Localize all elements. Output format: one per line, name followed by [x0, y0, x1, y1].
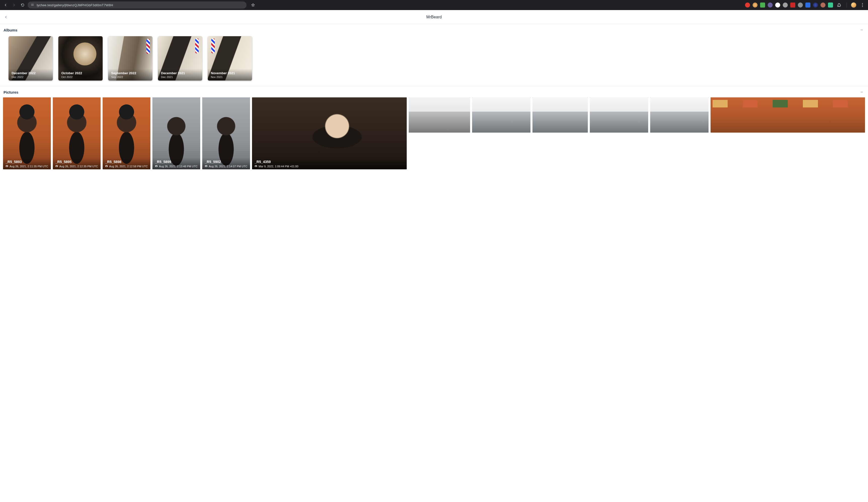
photo-thumbnail	[409, 98, 470, 133]
extension-icon[interactable]	[813, 2, 818, 8]
page-title: MrBeard	[426, 15, 442, 19]
album-subtitle: Oct 2022	[61, 75, 100, 79]
photo-meta: _R5_5902 Aug 26, 2021, 2:14:07 PM UTC	[202, 158, 250, 170]
album-title: September 2022	[111, 71, 149, 75]
app-header: MrBeard	[0, 10, 868, 24]
photo-meta: _R5_4359 Mar 9, 2022, 1:09:44 PM +01:00	[252, 158, 407, 170]
extension-icon[interactable]	[768, 2, 773, 8]
back-button[interactable]	[0, 10, 12, 24]
photo-title: _R5_4359	[255, 160, 404, 164]
extension-icon[interactable]	[805, 2, 810, 8]
albums-section-title: Albums	[3, 28, 17, 32]
photo-meta: _R5_5899 Aug 26, 2021, 2:13:48 PM UTC	[153, 158, 200, 170]
photo-card[interactable]: _R5_4359 Mar 9, 2022, 1:09:44 PM +01:00	[252, 98, 407, 170]
browser-back-button[interactable]	[2, 1, 9, 9]
svg-point-1	[862, 4, 863, 5]
browser-omnibox[interactable]: lychee.test/gallery/jfdwnzQJMPHGbF3dl0mT…	[28, 1, 247, 9]
pictures-section-header: Pictures	[3, 88, 865, 98]
photo-card[interactable]: _R5_5902 Aug 26, 2021, 2:14:07 PM UTC	[202, 98, 250, 170]
photo-card[interactable]: _R5_5899 Aug 26, 2021, 2:13:48 PM UTC	[153, 98, 200, 170]
photo-title: _R5_5899	[155, 160, 198, 164]
extension-icon[interactable]	[753, 2, 757, 8]
photo-subtitle: Mar 9, 2022, 1:09:44 PM +01:00	[259, 165, 298, 168]
browser-reload-button[interactable]	[19, 1, 26, 9]
camera-icon	[6, 165, 8, 168]
bookmark-star-icon[interactable]	[249, 1, 257, 9]
extensions-menu-icon[interactable]	[836, 1, 843, 9]
album-title: November 2021	[211, 71, 249, 75]
photo-title: _R5_5898	[105, 160, 148, 164]
album-title: December 2022	[12, 71, 50, 75]
pictures-section: Pictures _R5_5893 Aug 26, 2021, 2:11:35 …	[0, 86, 868, 172]
photo-subtitle: Aug 26, 2021, 2:11:35 PM UTC	[10, 165, 48, 168]
camera-icon	[155, 165, 158, 168]
photo-meta: _R5_5893 Aug 26, 2021, 2:11:35 PM UTC	[3, 158, 51, 170]
album-subtitle: Sep 2022	[111, 75, 149, 79]
photo-subtitle: Aug 26, 2021, 2:12:35 PM UTC	[59, 165, 98, 168]
photo-subtitle: Aug 26, 2021, 2:12:58 PM UTC	[109, 165, 148, 168]
photo-card[interactable]	[650, 98, 709, 133]
extension-icon[interactable]	[790, 2, 795, 8]
site-info-icon[interactable]	[31, 3, 34, 7]
albums-collapse-button[interactable]	[859, 27, 865, 33]
album-overlay: November 2021 Nov 2021	[208, 69, 252, 81]
photo-title: _R5_5895	[55, 160, 98, 164]
photo-card[interactable]	[711, 98, 865, 133]
photo-card[interactable]: _R5_5898 Aug 26, 2021, 2:12:58 PM UTC	[103, 98, 151, 170]
photo-title: _R5_5902	[205, 160, 248, 164]
extension-icon[interactable]	[798, 2, 803, 8]
album-title: December 2021	[161, 71, 199, 75]
album-card[interactable]: October 2022 Oct 2022	[58, 36, 103, 81]
album-card[interactable]: December 2021 Dec 2021	[158, 36, 202, 81]
extension-icon[interactable]	[828, 2, 833, 8]
album-card[interactable]: December 2022 Dec 2022	[9, 36, 53, 81]
album-overlay: September 2022 Sep 2022	[108, 69, 153, 81]
camera-icon	[205, 165, 207, 168]
photo-meta: _R5_5898 Aug 26, 2021, 2:12:58 PM UTC	[103, 158, 151, 170]
album-subtitle: Dec 2022	[12, 75, 50, 79]
photo-card[interactable]	[409, 98, 470, 133]
pictures-collapse-button[interactable]	[859, 89, 865, 95]
photo-thumbnail	[650, 98, 709, 133]
album-card[interactable]: September 2022 Sep 2022	[108, 36, 153, 81]
photo-card[interactable]	[472, 98, 530, 133]
album-overlay: December 2022 Dec 2022	[9, 69, 53, 81]
svg-point-0	[862, 3, 863, 4]
photo-card[interactable]: _R5_5895 Aug 26, 2021, 2:12:35 PM UTC	[53, 98, 101, 170]
photo-thumbnail	[590, 98, 648, 133]
browser-menu-icon[interactable]	[859, 1, 866, 9]
photo-card[interactable]: _R5_5893 Aug 26, 2021, 2:11:35 PM UTC	[3, 98, 51, 170]
camera-icon	[255, 165, 257, 168]
photo-card[interactable]	[590, 98, 648, 133]
albums-row: December 2022 Dec 2022 October 2022 Oct …	[3, 35, 865, 83]
photo-subtitle: Aug 26, 2021, 2:13:48 PM UTC	[159, 165, 197, 168]
album-title: October 2022	[61, 71, 100, 75]
view-toggle	[859, 80, 866, 84]
divider	[847, 2, 847, 8]
albums-section-header: Albums	[3, 25, 865, 35]
extension-icon[interactable]	[760, 2, 765, 8]
browser-chrome: lychee.test/gallery/jfdwnzQJMPHGbF3dl0mT…	[0, 0, 868, 10]
camera-icon	[55, 165, 58, 168]
photo-thumbnail	[472, 98, 530, 133]
extension-icon[interactable]	[745, 2, 750, 8]
browser-forward-button[interactable]	[11, 1, 18, 9]
pictures-section-title: Pictures	[3, 90, 18, 94]
album-subtitle: Nov 2021	[211, 75, 249, 79]
browser-extensions	[745, 1, 866, 9]
albums-section: Albums December 2022 Dec 2022 October 20…	[0, 24, 868, 85]
camera-icon	[105, 165, 108, 168]
extension-icon[interactable]	[820, 2, 826, 8]
photo-thumbnail	[533, 98, 588, 133]
browser-url: lychee.test/gallery/jfdwnzQJMPHGbF3dl0mT…	[37, 3, 113, 7]
photo-card[interactable]	[533, 98, 588, 133]
photo-meta: _R5_5895 Aug 26, 2021, 2:12:35 PM UTC	[53, 158, 101, 170]
extension-icon[interactable]	[783, 2, 788, 8]
svg-point-2	[862, 6, 863, 7]
album-card[interactable]: November 2021 Nov 2021	[208, 36, 252, 81]
profile-avatar[interactable]	[851, 2, 856, 8]
extension-icon[interactable]	[775, 2, 780, 8]
album-overlay: October 2022 Oct 2022	[58, 69, 103, 81]
pictures-grid: _R5_5893 Aug 26, 2021, 2:11:35 PM UTC _R…	[3, 98, 865, 170]
album-subtitle: Dec 2021	[161, 75, 199, 79]
